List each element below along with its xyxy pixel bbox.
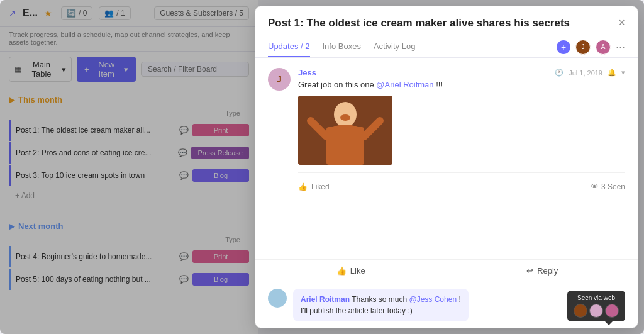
close-button[interactable]: × — [618, 16, 625, 30]
comment-mention: @Ariel Roitman — [376, 80, 433, 89]
seen-avatars — [574, 304, 619, 318]
liked-label: Liked — [311, 182, 330, 191]
add-collaborator-button[interactable]: + — [557, 40, 570, 54]
modal-header: Post 1: The oldest ice cream maker alive… — [255, 6, 638, 36]
comment-author-avatar: J — [268, 68, 291, 91]
thumb-up-icon: 👍 — [336, 266, 347, 276]
reply-text-3: I'll publish the article later today :) — [301, 306, 413, 315]
like-label: Like — [350, 266, 365, 276]
comment-date: Jul 1, 2019 — [569, 69, 602, 77]
post-image-svg — [298, 96, 392, 165]
modal-tabs: Updates / 2 Info Boxes Activity Log + J … — [255, 36, 638, 58]
comment-image — [298, 96, 392, 165]
eye-icon: 👁 — [591, 182, 599, 191]
comment-text-pre: Great job on this one — [298, 80, 376, 89]
reply-author-avatar — [268, 289, 287, 308]
comment-content: Jess 🕐 Jul 1, 2019 🔔 ▾ Great job on this… — [298, 68, 625, 194]
reply-bubble: Ariel Roitman Thanks so much @Jess Cohen… — [293, 289, 469, 321]
modal-title: Post 1: The oldest ice cream maker alive… — [268, 16, 570, 30]
like-icon: 👍 — [298, 182, 308, 191]
more-options-button[interactable]: ··· — [616, 40, 625, 53]
reply-text-2: ! — [457, 295, 461, 304]
seen-tooltip: Seen via web — [567, 291, 625, 321]
expand-icon[interactable]: ▾ — [621, 69, 625, 77]
seen-avatar-1 — [574, 304, 587, 318]
reply-mention: @Jess Cohen — [409, 295, 457, 304]
reply-author: Ariel Roitman — [301, 295, 350, 304]
action-buttons: 👍 Like ↩ Reply — [255, 259, 638, 282]
avatar-collaborator-2: A — [596, 40, 611, 55]
liked-row: 👍 Liked — [298, 182, 330, 191]
seen-tooltip-label: Seen via web — [577, 294, 615, 301]
seen-row: 👁 3 Seen — [591, 182, 625, 191]
modal-body: J Jess 🕐 Jul 1, 2019 🔔 ▾ Great job on th… — [255, 58, 638, 259]
comment-author: Jess — [298, 68, 316, 77]
reply-text: Ariel Roitman Thanks so much @Jess Cohen… — [301, 294, 461, 316]
reply-label: Reply — [537, 266, 558, 276]
modal-tab-actions: + J A ··· — [557, 40, 625, 55]
divider — [298, 172, 625, 173]
svg-point-5 — [340, 114, 350, 121]
comment-meta: 🕐 Jul 1, 2019 🔔 ▾ — [555, 69, 625, 77]
modal: Post 1: The oldest ice cream maker alive… — [255, 6, 638, 328]
comment-block: J Jess 🕐 Jul 1, 2019 🔔 ▾ Great job on th… — [268, 68, 625, 194]
tab-activity-log[interactable]: Activity Log — [374, 36, 415, 57]
reply-text-pre: Thanks so much — [352, 295, 409, 304]
comment-text-post: !!! — [434, 80, 443, 89]
bell-icon[interactable]: 🔔 — [608, 69, 616, 77]
avatar-collaborator-1: J — [575, 40, 591, 55]
comment-text: Great job on this one @Ariel Roitman !!! — [298, 80, 625, 89]
actions-row: 👍 Liked 👁 3 Seen — [298, 179, 625, 194]
seen-avatar-2 — [589, 304, 603, 318]
seen-avatar-3 — [605, 304, 619, 318]
reply-icon: ↩ — [526, 266, 533, 276]
reply-button[interactable]: ↩ Reply — [447, 260, 638, 282]
svg-rect-2 — [326, 127, 364, 165]
comment-top: Jess 🕐 Jul 1, 2019 🔔 ▾ — [298, 68, 625, 77]
seen-count: 3 Seen — [601, 182, 625, 191]
like-button[interactable]: 👍 Like — [255, 260, 447, 282]
clock-icon: 🕐 — [555, 69, 564, 77]
tab-info-boxes[interactable]: Info Boxes — [323, 36, 361, 57]
tab-updates[interactable]: Updates / 2 — [268, 36, 310, 57]
